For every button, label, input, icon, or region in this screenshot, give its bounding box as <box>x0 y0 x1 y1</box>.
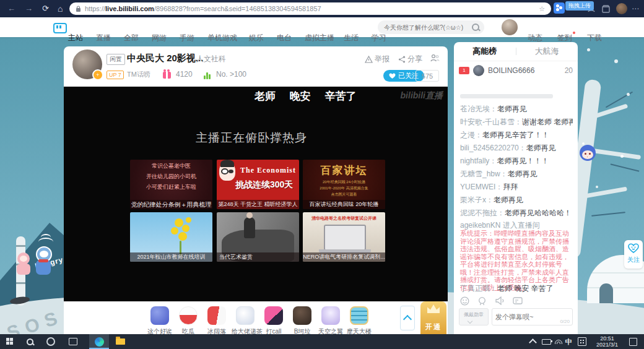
file-explorer-icon[interactable] <box>111 334 129 349</box>
gift-icon[interactable] <box>179 306 198 325</box>
crown-icon <box>427 304 440 313</box>
gift-icon[interactable] <box>321 306 340 325</box>
gift-icon[interactable] <box>293 306 311 325</box>
nav-item-main[interactable]: 主站 <box>68 28 83 48</box>
nav-item-entertainment[interactable]: 娱乐 <box>249 28 264 48</box>
taskbar-time: 20:51 <box>596 335 618 342</box>
nav-item-life[interactable]: 生活 <box>344 28 359 48</box>
snowflake <box>620 155 624 158</box>
video-thumbnail[interactable]: The Economist 挑战连续300天 第248天 干货之王 精听经济学人 <box>217 160 299 209</box>
chat-message: 栗米子x：老师再见 <box>460 195 573 205</box>
nav-item-vtuber[interactable]: 虚拟主播 <box>305 28 334 48</box>
rank-row[interactable]: 1 BOILING6666 20 <box>454 63 578 78</box>
forward-button[interactable]: → <box>25 0 33 17</box>
browser-menu-button[interactable]: ⋯ <box>632 0 639 17</box>
search-icon[interactable] <box>472 24 479 31</box>
checkin-dot <box>573 32 575 34</box>
economist-brand: The Economist <box>240 166 296 175</box>
gift-icon[interactable] <box>264 306 283 325</box>
share-button[interactable]: 分享 <box>398 54 422 64</box>
collections-icon[interactable] <box>602 5 610 13</box>
economist-face <box>219 162 235 181</box>
nav-item-radio[interactable]: 电台 <box>277 28 292 48</box>
snowflake <box>587 48 590 51</box>
thumbnail-caption: 党的纪律处分条例＋用典梳理 <box>130 200 212 209</box>
bilibili-live-watermark: bilibili直播 <box>401 90 443 101</box>
stream-title: 中央民大 20影视... <box>127 53 203 64</box>
nav-item-pcgame[interactable]: 网游 <box>152 28 167 48</box>
thumbnail-caption: NERO讲电气考研排名复试调剂... <box>303 252 385 262</box>
edge-icon[interactable] <box>90 334 108 349</box>
task-view-icon[interactable] <box>64 334 82 349</box>
taskbar-search-icon[interactable] <box>21 334 38 349</box>
open-fleet-banner[interactable]: 开通 <box>420 301 446 334</box>
horn-icon[interactable] <box>495 296 505 305</box>
popularity-rank: No. >100 <box>216 70 246 79</box>
nav-item-mobilegame[interactable]: 手游 <box>180 28 194 48</box>
rank-username[interactable]: BOILING6666 <box>488 66 561 75</box>
ime-keyboard-icon[interactable] <box>573 334 591 349</box>
browser-avatar[interactable] <box>616 3 627 14</box>
danmaku-input-box[interactable]: 0/20 <box>492 308 573 325</box>
stream-status-text: 主播正在俯卧撑热身 <box>196 130 307 146</box>
collapse-gifts-button[interactable] <box>400 306 415 330</box>
report-button[interactable]: 举报 <box>365 54 389 64</box>
taskbar-clock[interactable]: 20:51 2021/3/1 <box>596 335 618 348</box>
tab-high-energy-rank[interactable]: 高能榜 <box>454 46 516 57</box>
danmaku-text: 老师 晚安 辛苦了 <box>255 89 356 103</box>
video-thumbnail[interactable]: 清华电路哥之名校考研复试公开课 NERO讲电气考研排名复试调剂... <box>303 212 385 262</box>
search-box[interactable] <box>378 20 484 34</box>
cloud-extension-icon[interactable] <box>554 2 565 14</box>
video-thumbnail[interactable]: 百家讲坛 20年经典回顾 24小时轮播 2001年-2020年 高清视频合集 点… <box>303 160 385 209</box>
home-button[interactable]: ⌂ <box>58 0 63 17</box>
fan-badge-icon[interactable] <box>477 296 487 306</box>
cortana-icon[interactable] <box>42 334 59 349</box>
char-counter: 0/20 <box>560 319 570 324</box>
medal-selector[interactable]: 佩戴勋章 <box>459 308 489 325</box>
nav-link-download[interactable]: 下载 <box>587 28 602 48</box>
start-button[interactable] <box>1 334 19 349</box>
chat-message: 泥泥不拖拉：老师再见哈哈哈哈！ <box>460 208 573 218</box>
streamer-avatar[interactable]: + <box>72 50 102 79</box>
video-thumbnail[interactable]: 2021年鞍山市教师在线培训 <box>130 212 212 262</box>
danmaku-settings-icon[interactable] <box>513 296 523 305</box>
url-bar[interactable]: https://live.bilibili.com/8968828?from=s… <box>69 2 551 15</box>
gift-bar: 这个好诶 吃瓜 冰阔落 给大佬递茶 打call B坷垃 天空之翼 摩天大楼 开通 <box>64 301 448 334</box>
search-input[interactable] <box>383 24 472 32</box>
category-badge[interactable]: 闲置 <box>107 54 125 65</box>
heart-icon <box>389 73 396 79</box>
floating-follow-button[interactable]: 关注 <box>624 240 643 269</box>
back-button[interactable]: ← <box>7 0 15 17</box>
stream-area[interactable]: 人文社科 <box>196 54 226 64</box>
stream-header: + 闲置 中央民大 20影视... 人文社科 UP 7 TM话唠 4120 No… <box>64 46 448 87</box>
emoji-icon[interactable] <box>460 296 469 306</box>
nav-item-live[interactable]: 直播 <box>96 28 111 48</box>
windows-taskbar: 中 20:51 2021/3/1 <box>0 334 644 349</box>
gift-icon[interactable] <box>207 306 226 325</box>
follow-label: 关注 <box>624 256 643 264</box>
gift-icon <box>163 72 171 79</box>
gift-icon[interactable] <box>350 306 368 325</box>
chat-message: YUEMWEI：拜拜 <box>460 182 573 192</box>
nav-item-singlegame[interactable]: 单机游戏 <box>207 28 237 48</box>
nav-avatar[interactable] <box>502 19 518 35</box>
fan-medal: TM话唠 <box>127 70 150 79</box>
share-icon <box>398 56 406 63</box>
action-center-icon[interactable] <box>624 334 642 349</box>
chat-message: 无糖雪_hbw：老师再见 <box>460 169 573 179</box>
nav-link-checkin[interactable]: 签到 <box>557 28 572 48</box>
refresh-button[interactable]: ⟳ <box>42 0 49 17</box>
truncated-message <box>460 94 553 98</box>
gift-icon[interactable] <box>236 306 255 325</box>
tree-twig <box>610 163 639 172</box>
video-player[interactable]: 老师 晚安 辛苦了 bilibili直播 主播正在俯卧撑热身 常识公基老中医 开… <box>64 87 448 301</box>
video-thumbnail[interactable]: 常识公基老中医 开往幼儿园的小司机 小可爱们赶紧上车啦 党的纪律处分条例＋用典梳… <box>130 160 212 209</box>
taskbar-date: 2021/3/1 <box>596 342 618 348</box>
video-thumbnail[interactable]: 当代艺术鉴赏 <box>217 212 299 262</box>
chat-sidebar: 高能榜 大航海 1 BOILING6666 20 苍冶无埃：老师再见 叶安歌-千… <box>454 42 578 334</box>
bookmark-star-icon[interactable]: ☆ <box>539 5 545 13</box>
gift-icon[interactable] <box>150 306 169 325</box>
viewers-icon[interactable] <box>430 54 440 62</box>
nav-item-all[interactable]: 全部 <box>124 28 139 48</box>
nav-link-dynamics[interactable]: 动态 <box>528 28 542 48</box>
